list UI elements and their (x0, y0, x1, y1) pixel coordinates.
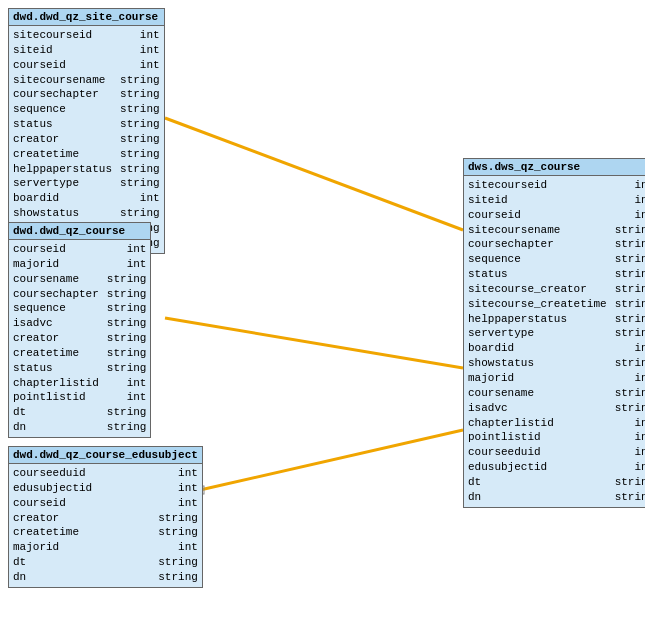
field-type: string (615, 386, 645, 401)
field-type: int (127, 257, 147, 272)
field-type: string (120, 176, 160, 191)
table-body-dwd_qz_course: courseidintmajoridintcoursenamestringcou… (9, 240, 150, 437)
table-header-dwd_qz_course_edusubject: dwd.dwd_qz_course_edusubject (9, 447, 202, 464)
table-row: dtstring (468, 475, 645, 490)
field-name: createtime (13, 525, 87, 540)
table-body-dwd_qz_course_edusubject: courseeduidintedusubjectidintcourseidint… (9, 464, 202, 587)
table-row: majoridint (13, 257, 146, 272)
table-dws_qz_course: dws.dws_qz_coursesitecourseidintsiteidin… (463, 158, 645, 508)
field-type: int (634, 193, 645, 208)
table-row: coursechapterstring (13, 287, 146, 302)
table-row: sitecoursenamestring (468, 223, 645, 238)
field-type: string (120, 132, 160, 147)
field-type: int (140, 58, 160, 73)
field-name: boardid (468, 341, 522, 356)
table-row: isadvcstring (13, 316, 146, 331)
table-row: coursenamestring (468, 386, 645, 401)
field-type: int (634, 430, 645, 445)
field-type: string (615, 490, 645, 505)
field-name: dt (13, 405, 34, 420)
table-row: courseidint (13, 496, 198, 511)
field-type: int (127, 376, 147, 391)
field-type: int (634, 445, 645, 460)
table-row: createtimestring (13, 147, 160, 162)
field-type: string (158, 555, 198, 570)
field-type: int (634, 416, 645, 431)
table-row: courseeduidint (468, 445, 645, 460)
table-row: dtstring (13, 555, 198, 570)
table-row: courseidint (13, 242, 146, 257)
table-row: dnstring (13, 420, 146, 435)
field-name: courseid (13, 242, 74, 257)
table-row: sequencestring (13, 102, 160, 117)
svg-line-2 (200, 430, 463, 490)
field-name: servertype (468, 326, 542, 341)
field-type: int (634, 208, 645, 223)
field-type: string (158, 511, 198, 526)
field-name: edusubjectid (13, 481, 100, 496)
field-type: string (107, 405, 147, 420)
field-name: sequence (13, 301, 74, 316)
field-name: chapterlistid (468, 416, 562, 431)
field-type: int (127, 390, 147, 405)
table-row: pointlistidint (13, 390, 146, 405)
field-type: int (634, 460, 645, 475)
table-row: creatorstring (13, 132, 160, 147)
table-row: boardidint (13, 191, 160, 206)
field-type: int (634, 178, 645, 193)
table-header-dwd_qz_course: dwd.dwd_qz_course (9, 223, 150, 240)
field-name: creator (13, 132, 67, 147)
table-row: sitecourse_createtimestring (468, 297, 645, 312)
field-type: string (615, 312, 645, 327)
table-dwd_qz_course: dwd.dwd_qz_coursecourseidintmajoridintco… (8, 222, 151, 438)
table-row: helppaperstatusstring (468, 312, 645, 327)
field-name: dt (468, 475, 489, 490)
field-name: status (13, 117, 61, 132)
table-row: creatorstring (13, 511, 198, 526)
field-type: string (107, 316, 147, 331)
table-row: majoridint (468, 371, 645, 386)
field-type: int (178, 496, 198, 511)
field-name: showstatus (13, 206, 87, 221)
field-name: siteid (13, 43, 61, 58)
table-row: coursenamestring (13, 272, 146, 287)
table-row: chapterlistidint (468, 416, 645, 431)
field-type: string (615, 237, 645, 252)
field-name: dn (13, 420, 34, 435)
table-row: dnstring (468, 490, 645, 505)
table-row: sequencestring (13, 301, 146, 316)
field-type: string (120, 162, 160, 177)
table-row: statusstring (468, 267, 645, 282)
field-type: string (158, 570, 198, 585)
field-name: status (468, 267, 516, 282)
table-body-dwd_qz_site_course: sitecourseidintsiteidintcourseidintsitec… (9, 26, 164, 253)
field-name: edusubjectid (468, 460, 555, 475)
table-row: servertypestring (468, 326, 645, 341)
field-type: int (140, 43, 160, 58)
table-row: siteidint (13, 43, 160, 58)
table-header-dws_qz_course: dws.dws_qz_course (464, 159, 645, 176)
table-row: showstatusstring (468, 356, 645, 371)
field-type: int (127, 242, 147, 257)
table-row: statusstring (13, 117, 160, 132)
field-type: string (107, 346, 147, 361)
field-name: servertype (13, 176, 87, 191)
table-row: sitecourseidint (13, 28, 160, 43)
table-dwd_qz_site_course: dwd.dwd_qz_site_coursesitecourseidintsit… (8, 8, 165, 254)
field-type: string (120, 73, 160, 88)
field-name: sitecourseid (13, 28, 100, 43)
field-type: int (140, 191, 160, 206)
field-type: string (615, 326, 645, 341)
table-row: courseidint (13, 58, 160, 73)
field-name: boardid (13, 191, 67, 206)
table-row: courseidint (468, 208, 645, 223)
field-type: string (120, 87, 160, 102)
table-row: dnstring (13, 570, 198, 585)
table-row: showstatusstring (13, 206, 160, 221)
field-name: creator (13, 511, 67, 526)
table-row: coursechapterstring (13, 87, 160, 102)
table-row: sequencestring (468, 252, 645, 267)
field-name: sitecoursename (468, 223, 568, 238)
field-name: creator (13, 331, 67, 346)
table-row: isadvcstring (468, 401, 645, 416)
